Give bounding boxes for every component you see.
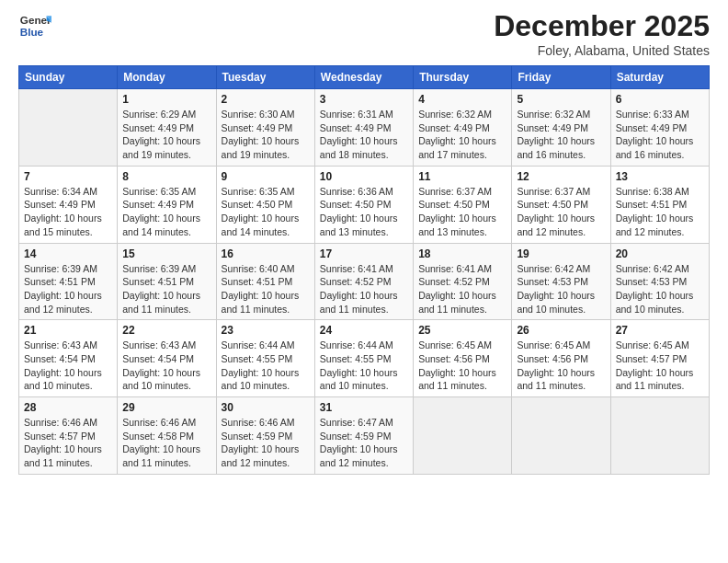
subtitle: Foley, Alabama, United States [494,43,710,58]
day-number: 7 [24,170,112,183]
day-number: 19 [517,247,605,260]
day-info: Sunrise: 6:33 AM Sunset: 4:49 PM Dayligh… [616,108,704,162]
day-info: Sunrise: 6:44 AM Sunset: 4:55 PM Dayligh… [320,339,408,393]
day-info: Sunrise: 6:45 AM Sunset: 4:56 PM Dayligh… [418,339,506,393]
calendar-cell: 8Sunrise: 6:35 AM Sunset: 4:49 PM Daylig… [118,166,216,243]
day-info: Sunrise: 6:38 AM Sunset: 4:51 PM Dayligh… [616,185,704,239]
day-info: Sunrise: 6:47 AM Sunset: 4:59 PM Dayligh… [320,416,408,470]
calendar-cell: 6Sunrise: 6:33 AM Sunset: 4:49 PM Daylig… [610,89,709,167]
calendar-cell: 16Sunrise: 6:40 AM Sunset: 4:51 PM Dayli… [216,243,314,320]
day-number: 27 [616,324,704,337]
day-number: 28 [24,401,112,414]
calendar-cell: 2Sunrise: 6:30 AM Sunset: 4:49 PM Daylig… [216,89,314,167]
calendar-cell: 22Sunrise: 6:43 AM Sunset: 4:54 PM Dayli… [118,320,216,397]
calendar-cell: 3Sunrise: 6:31 AM Sunset: 4:49 PM Daylig… [314,89,413,167]
calendar-cell: 18Sunrise: 6:41 AM Sunset: 4:52 PM Dayli… [414,243,512,320]
day-info: Sunrise: 6:35 AM Sunset: 4:50 PM Dayligh… [222,185,310,239]
day-info: Sunrise: 6:44 AM Sunset: 4:55 PM Dayligh… [222,339,310,393]
day-number: 22 [122,324,210,337]
col-saturday: Saturday [610,66,709,89]
day-number: 18 [418,247,506,260]
calendar-week-3: 14Sunrise: 6:39 AM Sunset: 4:51 PM Dayli… [19,243,710,320]
calendar-cell: 1Sunrise: 6:29 AM Sunset: 4:49 PM Daylig… [118,89,216,167]
day-number: 1 [122,93,210,106]
day-info: Sunrise: 6:30 AM Sunset: 4:49 PM Dayligh… [222,108,310,162]
day-number: 30 [222,401,310,414]
calendar-cell: 14Sunrise: 6:39 AM Sunset: 4:51 PM Dayli… [19,243,118,320]
col-tuesday: Tuesday [216,66,314,89]
day-number: 20 [616,247,704,260]
calendar-cell: 31Sunrise: 6:47 AM Sunset: 4:59 PM Dayli… [314,397,413,475]
day-number: 21 [24,324,112,337]
calendar-cell: 11Sunrise: 6:37 AM Sunset: 4:50 PM Dayli… [414,166,512,243]
calendar: Sunday Monday Tuesday Wednesday Thursday… [18,65,710,475]
day-info: Sunrise: 6:42 AM Sunset: 4:53 PM Dayligh… [616,262,704,316]
day-number: 15 [122,247,210,260]
title-block: December 2025 Foley, Alabama, United Sta… [494,9,710,58]
day-info: Sunrise: 6:29 AM Sunset: 4:49 PM Dayligh… [122,108,210,162]
day-info: Sunrise: 6:36 AM Sunset: 4:50 PM Dayligh… [320,185,408,239]
day-number: 2 [222,93,310,106]
day-number: 29 [122,401,210,414]
day-number: 3 [320,93,408,106]
day-info: Sunrise: 6:32 AM Sunset: 4:49 PM Dayligh… [418,108,506,162]
day-number: 31 [320,401,408,414]
day-number: 4 [418,93,506,106]
day-info: Sunrise: 6:31 AM Sunset: 4:49 PM Dayligh… [320,108,408,162]
day-info: Sunrise: 6:41 AM Sunset: 4:52 PM Dayligh… [320,262,408,316]
main-title: December 2025 [494,9,710,43]
day-number: 8 [122,170,210,183]
day-number: 26 [517,324,605,337]
calendar-cell: 9Sunrise: 6:35 AM Sunset: 4:50 PM Daylig… [216,166,314,243]
calendar-cell: 24Sunrise: 6:44 AM Sunset: 4:55 PM Dayli… [314,320,413,397]
day-info: Sunrise: 6:43 AM Sunset: 4:54 PM Dayligh… [122,339,210,393]
col-sunday: Sunday [19,66,118,89]
calendar-week-1: 1Sunrise: 6:29 AM Sunset: 4:49 PM Daylig… [19,89,710,167]
day-info: Sunrise: 6:45 AM Sunset: 4:57 PM Dayligh… [616,339,704,393]
day-info: Sunrise: 6:43 AM Sunset: 4:54 PM Dayligh… [24,339,112,393]
day-number: 11 [418,170,506,183]
day-number: 5 [517,93,605,106]
day-number: 9 [222,170,310,183]
calendar-cell: 15Sunrise: 6:39 AM Sunset: 4:51 PM Dayli… [118,243,216,320]
col-monday: Monday [118,66,216,89]
logo-icon: General Blue [18,9,51,42]
day-info: Sunrise: 6:37 AM Sunset: 4:50 PM Dayligh… [418,185,506,239]
calendar-cell: 20Sunrise: 6:42 AM Sunset: 4:53 PM Dayli… [610,243,709,320]
day-number: 10 [320,170,408,183]
day-number: 6 [616,93,704,106]
calendar-cell: 10Sunrise: 6:36 AM Sunset: 4:50 PM Dayli… [314,166,413,243]
svg-text:Blue: Blue [20,26,44,38]
calendar-cell: 26Sunrise: 6:45 AM Sunset: 4:56 PM Dayli… [512,320,610,397]
header: General Blue December 2025 Foley, Alabam… [18,9,710,58]
day-info: Sunrise: 6:42 AM Sunset: 4:53 PM Dayligh… [517,262,605,316]
day-info: Sunrise: 6:32 AM Sunset: 4:49 PM Dayligh… [517,108,605,162]
day-info: Sunrise: 6:46 AM Sunset: 4:59 PM Dayligh… [222,416,310,470]
calendar-cell: 12Sunrise: 6:37 AM Sunset: 4:50 PM Dayli… [512,166,610,243]
calendar-cell: 7Sunrise: 6:34 AM Sunset: 4:49 PM Daylig… [19,166,118,243]
logo: General Blue [18,9,51,42]
day-number: 24 [320,324,408,337]
calendar-cell: 21Sunrise: 6:43 AM Sunset: 4:54 PM Dayli… [19,320,118,397]
day-info: Sunrise: 6:46 AM Sunset: 4:58 PM Dayligh… [122,416,210,470]
day-number: 25 [418,324,506,337]
calendar-cell: 17Sunrise: 6:41 AM Sunset: 4:52 PM Dayli… [314,243,413,320]
day-info: Sunrise: 6:40 AM Sunset: 4:51 PM Dayligh… [222,262,310,316]
day-info: Sunrise: 6:34 AM Sunset: 4:49 PM Dayligh… [24,185,112,239]
day-info: Sunrise: 6:39 AM Sunset: 4:51 PM Dayligh… [24,262,112,316]
day-number: 13 [616,170,704,183]
calendar-week-4: 21Sunrise: 6:43 AM Sunset: 4:54 PM Dayli… [19,320,710,397]
day-number: 17 [320,247,408,260]
col-thursday: Thursday [414,66,512,89]
col-wednesday: Wednesday [314,66,413,89]
day-info: Sunrise: 6:39 AM Sunset: 4:51 PM Dayligh… [122,262,210,316]
calendar-cell: 25Sunrise: 6:45 AM Sunset: 4:56 PM Dayli… [414,320,512,397]
day-number: 16 [222,247,310,260]
calendar-cell: 5Sunrise: 6:32 AM Sunset: 4:49 PM Daylig… [512,89,610,167]
calendar-header-row: Sunday Monday Tuesday Wednesday Thursday… [19,66,710,89]
calendar-cell: 13Sunrise: 6:38 AM Sunset: 4:51 PM Dayli… [610,166,709,243]
day-info: Sunrise: 6:37 AM Sunset: 4:50 PM Dayligh… [517,185,605,239]
calendar-cell: 27Sunrise: 6:45 AM Sunset: 4:57 PM Dayli… [610,320,709,397]
day-number: 12 [517,170,605,183]
calendar-cell: 30Sunrise: 6:46 AM Sunset: 4:59 PM Dayli… [216,397,314,475]
